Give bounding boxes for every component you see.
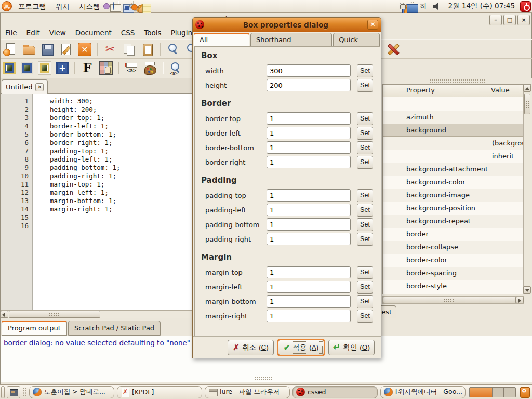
property-row[interactable]: background-color <box>383 176 523 189</box>
property-row[interactable]: border-spacing <box>383 267 523 280</box>
scroll-up-button[interactable] <box>523 85 531 92</box>
menu-tools[interactable]: Tools <box>139 26 166 39</box>
dialog-tab-shorthand-properties[interactable]: Shorthand properties <box>250 33 332 47</box>
taskbar-window-firefox[interactable]: 도훈이집 > 맘데로... <box>29 386 114 398</box>
menu-edit[interactable]: Edit <box>22 26 45 39</box>
menu-file[interactable]: File <box>1 26 22 39</box>
dialog-tab-quick-help[interactable]: Quick help <box>333 33 380 47</box>
scrollbar-thumb[interactable] <box>383 297 516 303</box>
position-icon[interactable] <box>56 62 69 74</box>
scroll-left-button[interactable] <box>1 311 8 318</box>
padding-bottom-input[interactable] <box>267 218 351 231</box>
set-button-padding-left[interactable]: Set <box>357 204 373 217</box>
set-button-margin-right[interactable]: Set <box>357 310 373 323</box>
set-button-margin-bottom[interactable]: Set <box>357 295 373 308</box>
copy-icon[interactable] <box>122 43 136 56</box>
maximize-button[interactable]: □ <box>503 15 516 25</box>
property-row[interactable]: background-position <box>383 202 523 215</box>
trash-icon[interactable] <box>519 386 530 398</box>
logout-power-button[interactable] <box>520 1 531 12</box>
property-row[interactable]: inherit <box>383 150 523 163</box>
selector-grid-icon[interactable] <box>99 61 113 75</box>
open-icon[interactable] <box>22 43 35 56</box>
save-icon[interactable] <box>41 43 54 56</box>
margin-bottom-input[interactable] <box>267 295 351 308</box>
panel-menu-프로그램[interactable]: 프로그램 <box>14 2 51 10</box>
taskbar-window-filemanager[interactable]: lure - 파일 브라우저 <box>205 386 290 398</box>
output-tab-scratch-pad-static-pad[interactable]: Scratch Pad / Static Pad <box>68 321 161 336</box>
find-icon[interactable] <box>166 43 180 56</box>
property-row[interactable]: background-image <box>383 189 523 202</box>
property-row[interactable]: background <box>383 124 523 137</box>
dialog-tab-all-properties[interactable]: All properties <box>194 33 249 47</box>
tab-close-icon[interactable]: ✕ <box>35 83 44 91</box>
new-icon[interactable] <box>3 43 17 56</box>
property-row[interactable]: background-attachment <box>383 163 523 176</box>
help-icon[interactable] <box>113 2 114 10</box>
cut-icon[interactable] <box>103 43 117 56</box>
property-row[interactable]: azimuth <box>383 111 523 124</box>
workspace-1[interactable] <box>470 388 481 397</box>
set-button-border-top[interactable]: Set <box>357 112 373 125</box>
margin-top-input[interactable] <box>267 266 351 278</box>
column-divider[interactable] <box>488 86 488 96</box>
link-icon[interactable] <box>125 61 138 75</box>
set-button-padding-top[interactable]: Set <box>357 189 373 202</box>
set-button-padding-bottom[interactable]: Set <box>357 218 373 231</box>
workspace-4[interactable] <box>504 388 515 397</box>
pane-hscrollbar[interactable] <box>382 296 524 304</box>
table-vscrollbar[interactable] <box>523 85 531 294</box>
property-row[interactable]: background-repeat <box>383 215 523 228</box>
workspace-2[interactable] <box>481 388 493 397</box>
margin-right-input[interactable] <box>267 310 351 322</box>
ime-indicator[interactable]: 하 <box>420 2 427 11</box>
padding-right-input[interactable] <box>267 233 351 245</box>
set-button-margin-top[interactable]: Set <box>357 266 373 279</box>
volume-icon[interactable] <box>432 1 443 11</box>
padding-left-input[interactable] <box>267 204 351 216</box>
height-input[interactable] <box>267 79 351 91</box>
show-desktop-button[interactable] <box>7 386 20 398</box>
property-row[interactable]: (backgrou <box>383 137 523 150</box>
scrollbar-thumb[interactable] <box>524 94 530 114</box>
panel-resize-handle[interactable] <box>254 377 273 380</box>
box-padding-icon[interactable] <box>21 62 33 74</box>
border-bottom-input[interactable] <box>267 141 351 154</box>
border-left-input[interactable] <box>267 127 351 139</box>
scroll-right-button[interactable] <box>516 297 524 303</box>
border-top-input[interactable] <box>267 112 351 125</box>
panel-menu-시스템[interactable]: 시스템 <box>74 2 105 10</box>
scroll-down-button[interactable] <box>523 286 531 294</box>
column-property[interactable]: Property <box>406 86 435 94</box>
set-button-border-left[interactable]: Set <box>357 127 373 140</box>
set-button-width[interactable]: Set <box>357 64 373 77</box>
close-doc-icon[interactable] <box>78 43 91 56</box>
margin-left-input[interactable] <box>267 281 351 293</box>
font-icon[interactable] <box>81 61 94 75</box>
dialog-titlebar[interactable]: Box properties dialog ✕ <box>193 18 381 32</box>
colors-icon[interactable] <box>143 61 157 75</box>
table-header[interactable]: Property Value <box>383 85 523 97</box>
edit-icon[interactable] <box>59 43 73 56</box>
paste-icon[interactable] <box>141 43 154 56</box>
property-row[interactable] <box>383 98 523 111</box>
menu-document[interactable]: Document <box>71 26 116 39</box>
clock-applet[interactable]: 2월 14일 (수) 07:45 <box>448 2 515 11</box>
width-input[interactable] <box>267 64 351 77</box>
close-button[interactable]: × <box>517 15 530 25</box>
set-button-border-right[interactable]: Set <box>357 156 373 169</box>
box-margin-icon[interactable] <box>38 62 51 74</box>
property-row[interactable]: border-collapse <box>383 241 523 254</box>
tasklist-drag-handle[interactable] <box>23 388 26 397</box>
column-value[interactable]: Value <box>491 86 510 94</box>
menu-css[interactable]: CSS <box>116 26 140 39</box>
scrollbar-thumb[interactable] <box>9 311 100 318</box>
paned-resize-handle[interactable] <box>429 79 486 83</box>
ubuntu-logo-icon[interactable] <box>2 1 12 11</box>
set-button-border-bottom[interactable]: Set <box>357 141 373 154</box>
minimize-button[interactable]: – <box>489 15 502 25</box>
set-button-height[interactable]: Set <box>357 79 373 92</box>
taskbar-window-firefox[interactable]: [위지윅에디터 - Goo... <box>380 386 466 398</box>
taskbar-edge-button[interactable] <box>1 386 5 398</box>
border-right-input[interactable] <box>267 156 351 168</box>
